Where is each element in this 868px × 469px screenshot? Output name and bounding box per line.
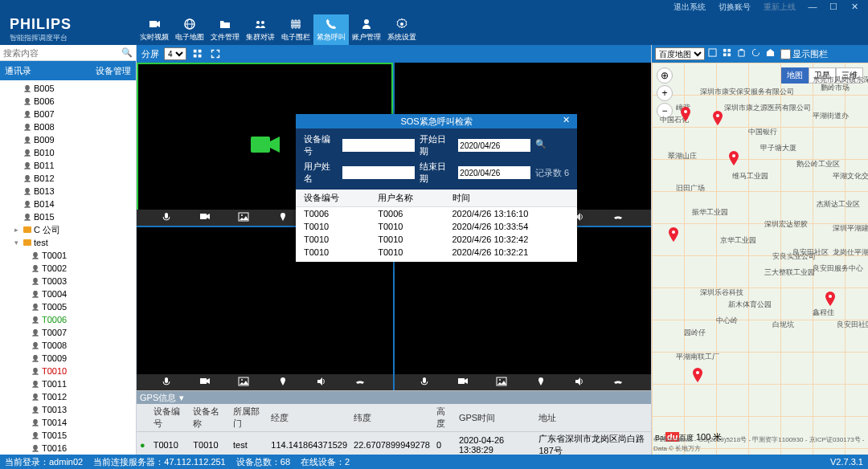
tree-folder[interactable]: ▾test — [6, 236, 136, 249]
split-select[interactable]: 4 — [164, 47, 186, 60]
modal-close-button[interactable]: ✕ — [563, 115, 574, 126]
nav-globe[interactable]: 电子地图 — [172, 14, 207, 45]
nav-group[interactable]: 集群对讲 — [243, 14, 278, 45]
picture-icon[interactable] — [238, 212, 252, 223]
tree-device[interactable]: T0005 — [6, 300, 136, 313]
switch-account-button[interactable]: 切换账号 — [714, 2, 755, 13]
tree-device[interactable]: T0016 — [6, 442, 136, 455]
mic-icon[interactable] — [419, 377, 433, 388]
table-row[interactable]: T0010T00102020/4/26 10:33:54 — [296, 220, 577, 233]
tree-device[interactable]: T0014 — [6, 416, 136, 429]
start-date-label: 开始日期 — [420, 133, 453, 157]
show-fence-checkbox[interactable]: 显示围栏 — [780, 48, 828, 60]
reconnect-button[interactable]: 重新上线 — [759, 2, 800, 13]
camera-icon[interactable] — [457, 377, 472, 388]
start-date-input[interactable] — [458, 139, 530, 152]
map-marker-icon[interactable] — [692, 368, 703, 382]
tree-device[interactable]: B011 — [6, 159, 136, 172]
nav-gear[interactable]: 系统设置 — [384, 14, 420, 45]
tree-device[interactable]: T0007 — [6, 326, 136, 339]
tree-device[interactable]: B005 — [6, 82, 136, 95]
table-row[interactable]: T0010T00102020/4/26 10:32:15 — [296, 259, 577, 262]
svg-point-28 — [499, 379, 501, 381]
nav-user[interactable]: 账户管理 — [349, 14, 384, 45]
nav-video[interactable]: 实时视频 — [137, 14, 172, 45]
nav-phone[interactable]: 紧急呼叫 — [313, 14, 349, 45]
tree-device[interactable]: B010 — [6, 146, 136, 159]
mic-icon[interactable] — [161, 212, 175, 223]
tree-device[interactable]: B006 — [6, 95, 136, 108]
map-marker-icon[interactable] — [712, 111, 723, 125]
tree-device[interactable]: T0008 — [6, 339, 136, 352]
tree-device[interactable]: T0009 — [6, 352, 136, 365]
nav-fence[interactable]: 电子围栏 — [278, 14, 313, 45]
map-marker-icon[interactable] — [680, 107, 691, 121]
device-manage-link[interactable]: 设备管理 — [96, 65, 131, 77]
picture-icon[interactable] — [238, 377, 252, 388]
minimize-icon[interactable]: — — [804, 2, 821, 13]
speaker-icon[interactable] — [316, 377, 330, 388]
tree-device[interactable]: B007 — [6, 108, 136, 120]
tree-device[interactable]: B013 — [6, 185, 136, 198]
tree-device[interactable]: T0013 — [6, 403, 136, 416]
tree-device[interactable]: T0010 — [6, 365, 136, 377]
hangup-icon[interactable] — [354, 377, 369, 388]
device-id-input[interactable] — [342, 139, 415, 152]
camera-icon[interactable] — [199, 377, 214, 388]
hangup-icon[interactable] — [612, 377, 627, 388]
table-row[interactable]: T0010T00102020/4/26 10:32:42 — [296, 233, 577, 246]
map-pin-icon[interactable] — [535, 377, 550, 388]
picture-icon[interactable] — [496, 377, 510, 388]
fullscreen-icon[interactable] — [209, 47, 222, 60]
search-input[interactable] — [3, 46, 121, 60]
hangup-icon[interactable] — [612, 212, 627, 223]
map-provider-select[interactable]: 百度地图 — [655, 47, 705, 60]
tree-device[interactable]: T0002 — [6, 262, 136, 275]
tree-device[interactable]: T0003 — [6, 275, 136, 288]
tree-device[interactable]: B015 — [6, 210, 136, 223]
table-row[interactable]: T0010T00102020/4/26 10:32:21 — [296, 246, 577, 259]
close-icon[interactable]: ✕ — [845, 2, 863, 13]
logout-button[interactable]: 退出系统 — [669, 2, 710, 13]
tree-device[interactable]: T0011 — [6, 377, 136, 390]
tree-device[interactable]: B012 — [6, 172, 136, 185]
tree-device[interactable]: T0001 — [6, 249, 136, 262]
map-marker-icon[interactable] — [728, 151, 739, 165]
map-tool-icon[interactable] — [708, 48, 719, 59]
tree-device[interactable]: T0006 — [6, 313, 136, 326]
map-marker-icon[interactable] — [668, 227, 679, 242]
nav-folder[interactable]: 文件管理 — [207, 14, 243, 45]
tree-device[interactable]: T0015 — [6, 429, 136, 442]
tree-device[interactable]: B009 — [6, 133, 136, 146]
map-home-icon[interactable] — [766, 48, 777, 59]
table-row[interactable]: T0006T00062020/4/26 13:16:10 — [296, 207, 577, 221]
record-count: 记录数 6 — [535, 167, 569, 179]
speaker-icon[interactable] — [574, 377, 588, 388]
map-poi: 鹅公岭工业区 — [796, 159, 840, 169]
logo: PHILIPS 智能指挥调度平台 — [0, 16, 137, 43]
map-delete-icon[interactable] — [737, 48, 748, 59]
user-name-input[interactable] — [342, 166, 415, 179]
map-tool-icon[interactable] — [723, 48, 734, 59]
zoom-in-button[interactable]: + — [657, 85, 673, 101]
map-type-map[interactable]: 地图 — [781, 67, 809, 84]
map-refresh-icon[interactable] — [751, 48, 763, 59]
end-date-input[interactable] — [458, 166, 530, 179]
grid-icon[interactable] — [191, 47, 204, 60]
compass-icon[interactable]: ⊕ — [657, 67, 673, 84]
tree-device[interactable]: T0012 — [6, 390, 136, 403]
modal-search-button[interactable]: 🔍 — [535, 139, 548, 152]
sos-modal: SOS紧急呼叫检索 ✕ 设备编号 开始日期 🔍 用户姓名 结束日期 记录数 6 … — [296, 114, 577, 262]
map-marker-icon[interactable] — [825, 292, 836, 306]
tree-folder[interactable]: ▸C 公司 — [6, 223, 136, 236]
tree-device[interactable]: T0004 — [6, 288, 136, 300]
tree-device[interactable]: B008 — [6, 120, 136, 133]
map-pin-icon[interactable] — [277, 377, 292, 388]
maximize-icon[interactable]: ☐ — [825, 2, 842, 13]
search-icon[interactable]: 🔍 — [121, 47, 133, 58]
camera-icon[interactable] — [199, 212, 214, 223]
filter-icon[interactable]: ▾ — [179, 393, 184, 403]
mic-icon[interactable] — [161, 377, 175, 388]
tree-device[interactable]: B014 — [6, 198, 136, 210]
map-pin-icon[interactable] — [277, 212, 292, 223]
